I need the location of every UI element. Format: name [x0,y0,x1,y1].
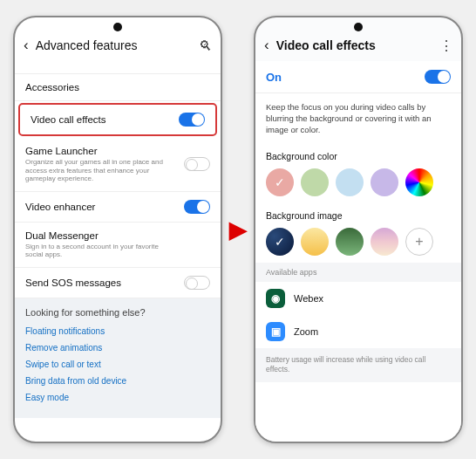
link-floating-notifications[interactable]: Floating notifications [25,323,210,339]
link-remove-animations[interactable]: Remove animations [25,339,210,356]
toggle-master[interactable] [425,70,451,84]
camera-notch [354,23,363,31]
app-zoom[interactable]: ▣ Zoom [255,315,461,348]
bg-image-options: + [255,224,461,263]
arrow-right-icon: ▶ [229,216,247,243]
toggle-video-enhancer[interactable] [184,200,210,214]
more-icon[interactable]: ⋮ [439,38,452,54]
page-title: Advanced features [36,38,192,52]
back-icon[interactable]: ‹ [24,37,29,54]
battery-note: Battery usage will increase while using … [255,348,461,381]
row-video-enhancer[interactable]: Video enhancer [15,192,221,223]
truncated-row [15,61,221,74]
bg-color-pink[interactable] [266,168,294,196]
bg-image-add[interactable]: + [405,228,433,256]
webex-icon: ◉ [266,289,285,308]
bg-image-label: Background image [255,203,461,224]
search-icon[interactable]: 🔍︎ [199,38,212,53]
bg-color-purple[interactable] [371,168,398,196]
row-accessories[interactable]: Accessories [15,74,221,101]
row-video-call-effects[interactable]: Video call effects [18,103,217,136]
zoom-icon: ▣ [266,322,285,341]
available-apps-label: Available apps [255,263,461,282]
bg-color-options [255,165,461,203]
toggle-game-launcher[interactable] [184,157,210,171]
bg-color-rainbow[interactable] [405,168,433,196]
bg-color-green[interactable] [301,168,329,196]
toggle-video-call-effects[interactable] [179,113,205,127]
bg-color-blue[interactable] [336,168,364,196]
description-text: Keep the focus on you during video calls… [255,93,461,144]
row-dual-messenger[interactable]: Dual Messenger Sign in to a second accou… [15,223,221,268]
phone-right: ‹ Video call effects ⋮ On Keep the focus… [254,16,463,443]
phone-left: ‹ Advanced features 🔍︎ Accessories Video… [13,16,222,443]
link-swipe-call-text[interactable]: Swipe to call or text [25,356,210,373]
footer-heading: Looking for something else? [25,307,210,318]
link-easy-mode[interactable]: Easy mode [25,389,210,406]
bg-image-landscape[interactable] [336,228,364,256]
bg-image-navy[interactable] [266,228,294,256]
row-send-sos[interactable]: Send SOS messages [15,268,221,298]
on-label: On [266,71,282,84]
back-icon[interactable]: ‹ [264,37,269,54]
link-bring-data[interactable]: Bring data from old device [25,373,210,389]
footer-section: Looking for something else? Floating not… [15,298,221,418]
bg-image-goldfish[interactable] [301,228,329,256]
row-game-launcher[interactable]: Game Launcher Organize all your games al… [15,138,221,192]
app-webex[interactable]: ◉ Webex [255,282,461,315]
effects-content: On Keep the focus on you during video ca… [255,61,461,442]
page-title: Video call effects [276,38,432,52]
master-toggle-row[interactable]: On [255,61,461,93]
toggle-send-sos[interactable] [184,276,210,290]
bg-color-label: Background color [255,144,461,165]
bg-image-sunset[interactable] [371,228,398,256]
camera-notch [113,23,122,31]
settings-list: Accessories Video call effects Game Laun… [15,61,221,442]
